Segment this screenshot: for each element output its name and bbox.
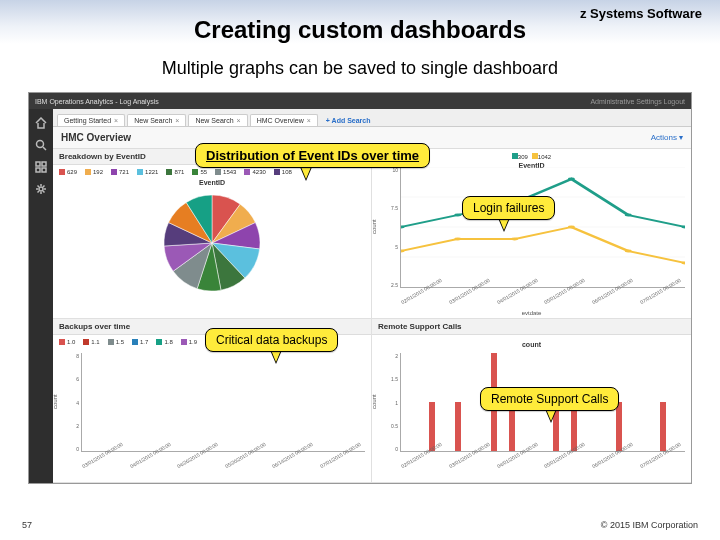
page-number: 57 — [22, 520, 32, 530]
svg-point-17 — [454, 238, 461, 241]
callout-distribution: Distribution of Event IDs over time — [195, 143, 430, 168]
tab-label: New Search — [195, 117, 233, 124]
pie-chart — [59, 188, 365, 298]
callout-critical-backups: Critical data backups — [205, 328, 338, 352]
y-axis-label: count — [52, 394, 58, 409]
svg-rect-1 — [36, 162, 40, 166]
add-search-button[interactable]: + Add Search — [320, 115, 377, 126]
remote-center-title: count — [378, 341, 685, 348]
dashboard-grid: Breakdown by EventID 6291927211221871551… — [53, 149, 691, 483]
svg-point-11 — [454, 214, 461, 217]
app-header-right: Administrative Settings Logout — [590, 98, 685, 105]
svg-rect-2 — [42, 162, 46, 166]
x-axis-label: evtdate — [522, 310, 542, 316]
x-ticks: 02/01/2015 00:00:0003/01/2015 00:00:0004… — [400, 464, 685, 470]
close-icon[interactable]: × — [307, 117, 311, 124]
panel-body: 1.01.11.51.71.81.93.04.06.09.0 count 864… — [53, 335, 371, 482]
pie-center-title: EventID — [59, 179, 365, 186]
svg-point-18 — [511, 238, 518, 241]
left-rail — [29, 109, 53, 483]
copyright: © 2015 IBM Corporation — [601, 520, 698, 530]
y-ticks: 21.510.50 — [386, 353, 398, 452]
svg-point-13 — [568, 178, 575, 181]
app-header: IBM Operations Analytics - Log Analysis … — [29, 93, 691, 109]
app-product-label: IBM Operations Analytics - Log Analysis — [35, 98, 159, 105]
slide: z Systems Software Creating custom dashb… — [0, 0, 720, 540]
pie-legend: 62919272112218715515434230108 — [59, 169, 365, 175]
panel-body: 3091042 EventID count 107.552.5 02/01/20… — [372, 149, 691, 318]
tab-hmc-overview[interactable]: HMC Overview× — [250, 114, 318, 126]
svg-point-20 — [625, 250, 632, 253]
callout-login-failures: Login failures — [462, 196, 555, 220]
y-axis-label: count — [371, 219, 377, 234]
backups-plot — [81, 353, 365, 452]
x-ticks: 02/01/2015 00:00:0003/01/2015 00:00:0004… — [400, 300, 685, 306]
tab-label: New Search — [134, 117, 172, 124]
panel-breakdown-eventid: Breakdown by EventID 6291927211221871551… — [53, 149, 372, 319]
close-icon[interactable]: × — [114, 117, 118, 124]
y-ticks: 107.552.5 — [386, 167, 398, 288]
home-icon[interactable] — [35, 115, 47, 127]
tab-getting-started[interactable]: Getting Started× — [57, 114, 125, 126]
slide-subtitle: Multiple graphs can be saved to single d… — [0, 58, 720, 79]
actions-label: Actions — [651, 133, 677, 142]
search-icon[interactable] — [35, 137, 47, 149]
tabbar: Getting Started× New Search× New Search×… — [53, 109, 691, 127]
close-icon[interactable]: × — [237, 117, 241, 124]
dashboard-icon[interactable] — [35, 159, 47, 171]
callout-remote-support: Remote Support Calls — [480, 387, 619, 411]
tab-label: HMC Overview — [257, 117, 304, 124]
svg-point-5 — [39, 187, 43, 191]
gear-icon[interactable] — [35, 181, 47, 193]
svg-point-14 — [625, 214, 632, 217]
svg-rect-3 — [36, 168, 40, 172]
line-plot — [400, 167, 685, 288]
tab-new-search-2[interactable]: New Search× — [188, 114, 247, 126]
dashboard-title: HMC Overview — [61, 132, 131, 143]
panel-title: Remote Support Calls — [372, 319, 691, 335]
tab-new-search-1[interactable]: New Search× — [127, 114, 186, 126]
x-ticks: 03/01/2015 00:00:0004/01/2015 00:00:0004… — [81, 464, 365, 470]
panel-body: 62919272112218715515434230108 EventID — [53, 165, 371, 318]
actions-menu[interactable]: Actions ▾ — [651, 133, 683, 142]
chevron-down-icon: ▾ — [679, 133, 683, 142]
tab-label: Getting Started — [64, 117, 111, 124]
slide-title: Creating custom dashboards — [0, 16, 720, 44]
svg-rect-4 — [42, 168, 46, 172]
svg-point-19 — [568, 226, 575, 229]
y-axis-label: count — [371, 394, 377, 409]
panel-eventid-line: 3091042 EventID count 107.552.5 02/01/20… — [372, 149, 691, 319]
close-icon[interactable]: × — [175, 117, 179, 124]
y-ticks: 86420 — [67, 353, 79, 452]
svg-point-0 — [37, 141, 44, 148]
